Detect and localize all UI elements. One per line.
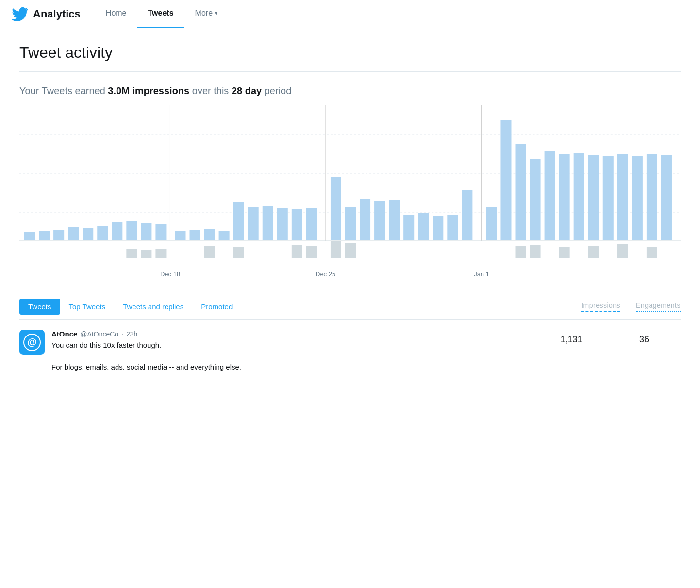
tweet-author-handle: @AtOnceCo	[80, 330, 118, 338]
svg-rect-19	[204, 229, 215, 240]
tweet-author-name: AtOnce	[51, 330, 77, 338]
svg-rect-11	[83, 228, 93, 240]
svg-rect-34	[433, 216, 443, 240]
svg-rect-61	[559, 247, 570, 258]
svg-rect-46	[617, 154, 628, 240]
svg-rect-39	[516, 144, 526, 240]
svg-rect-64	[647, 247, 657, 258]
svg-rect-27	[331, 177, 341, 240]
svg-rect-50	[126, 249, 137, 258]
svg-rect-47	[632, 156, 643, 240]
svg-rect-29	[360, 199, 370, 240]
svg-rect-54	[233, 247, 244, 258]
main-nav: Home Tweets More ▾	[95, 0, 228, 28]
tab-promoted[interactable]: Promoted	[192, 299, 241, 315]
impressions-metric-label[interactable]: Impressions	[581, 302, 620, 312]
engagements-metric-label[interactable]: Engagements	[636, 302, 681, 312]
date-label-dec25: Dec 25	[316, 270, 335, 278]
tweet-author-line: AtOnce @AtOnceCo · 23h	[51, 330, 535, 338]
svg-rect-60	[530, 245, 541, 258]
table-row: @ AtOnce @AtOnceCo · 23h You can do this…	[19, 320, 681, 383]
svg-rect-55	[292, 245, 302, 258]
svg-rect-40	[530, 159, 541, 240]
svg-rect-63	[617, 244, 628, 258]
date-label-dec18: Dec 18	[160, 270, 180, 278]
svg-rect-52	[155, 249, 166, 258]
svg-rect-59	[516, 246, 526, 258]
svg-rect-42	[559, 154, 570, 240]
svg-rect-10	[68, 227, 79, 240]
svg-rect-44	[588, 155, 599, 240]
svg-rect-51	[141, 250, 151, 258]
tab-tweets[interactable]: Tweets	[19, 299, 60, 315]
tab-top-tweets[interactable]: Top Tweets	[60, 299, 115, 315]
tab-tweets-and-replies[interactable]: Tweets and replies	[114, 299, 192, 315]
svg-rect-16	[155, 224, 166, 240]
impressions-summary: Your Tweets earned 3.0M impressions over…	[19, 72, 681, 105]
page-content: Tweet activity Your Tweets earned 3.0M i…	[0, 28, 700, 383]
svg-rect-62	[588, 246, 599, 258]
svg-rect-14	[126, 221, 137, 240]
tab-metrics: Impressions Engagements	[581, 302, 681, 312]
twitter-bird-icon	[12, 6, 28, 22]
date-label-jan1: Jan 1	[474, 270, 489, 278]
svg-rect-57	[331, 241, 341, 258]
app-title: Analytics	[33, 8, 81, 20]
svg-text:@: @	[27, 336, 37, 347]
svg-rect-15	[141, 223, 151, 240]
svg-rect-43	[574, 153, 584, 240]
svg-rect-31	[389, 200, 400, 240]
svg-rect-25	[292, 209, 302, 240]
avatar: @	[19, 330, 45, 355]
svg-rect-20	[219, 231, 230, 240]
chart-svg	[19, 105, 681, 270]
svg-rect-24	[277, 208, 288, 240]
svg-rect-13	[112, 222, 122, 240]
nav-home[interactable]: Home	[95, 0, 137, 28]
svg-rect-8	[39, 231, 50, 240]
svg-rect-45	[603, 156, 614, 240]
chart-area	[19, 105, 681, 270]
atonce-logo-icon: @	[23, 334, 41, 351]
svg-rect-35	[447, 215, 458, 240]
tweet-content: AtOnce @AtOnceCo · 23h You can do this 1…	[51, 330, 535, 373]
svg-rect-37	[486, 207, 497, 240]
chart-date-labels: Dec 18 Dec 25 Jan 1	[19, 270, 681, 284]
svg-rect-21	[233, 202, 244, 240]
svg-rect-32	[403, 215, 414, 240]
svg-rect-30	[374, 201, 385, 240]
nav-tweets[interactable]: Tweets	[137, 0, 184, 28]
days-count: 28 day	[232, 85, 262, 96]
impressions-count: 3.0M impressions	[108, 85, 189, 96]
svg-rect-17	[175, 231, 185, 240]
tweet-list: @ AtOnce @AtOnceCo · 23h You can do this…	[19, 320, 681, 383]
svg-rect-38	[500, 120, 511, 240]
tweet-impressions: 1,131	[535, 330, 608, 345]
logo-area: Analytics	[12, 6, 81, 22]
svg-rect-18	[190, 230, 200, 240]
svg-rect-48	[647, 154, 657, 240]
svg-rect-36	[462, 190, 472, 240]
svg-rect-56	[306, 246, 317, 258]
tweet-separator: ·	[121, 330, 123, 338]
svg-rect-49	[661, 155, 672, 240]
chevron-down-icon: ▾	[215, 10, 217, 17]
svg-rect-33	[418, 213, 429, 240]
svg-rect-53	[204, 246, 215, 258]
tweet-activity-chart: Dec 18 Dec 25 Jan 1	[19, 105, 681, 284]
svg-rect-23	[263, 206, 273, 240]
svg-rect-58	[345, 243, 356, 258]
tweet-metrics: 1,131 36	[535, 330, 681, 345]
tweet-activity-section: Tweet activity	[19, 28, 681, 72]
svg-rect-12	[97, 226, 108, 240]
tweet-time: 23h	[126, 330, 137, 338]
svg-rect-26	[306, 208, 317, 240]
svg-rect-22	[248, 207, 259, 240]
tweet-tabs: Tweets Top Tweets Tweets and replies Pro…	[19, 294, 681, 320]
svg-rect-7	[24, 232, 35, 240]
svg-rect-28	[345, 207, 356, 240]
tweet-engagements: 36	[608, 330, 681, 345]
app-header: Analytics Home Tweets More ▾	[0, 0, 700, 28]
nav-more[interactable]: More ▾	[184, 0, 228, 28]
tweet-text: You can do this 10x faster though. For b…	[51, 340, 535, 373]
